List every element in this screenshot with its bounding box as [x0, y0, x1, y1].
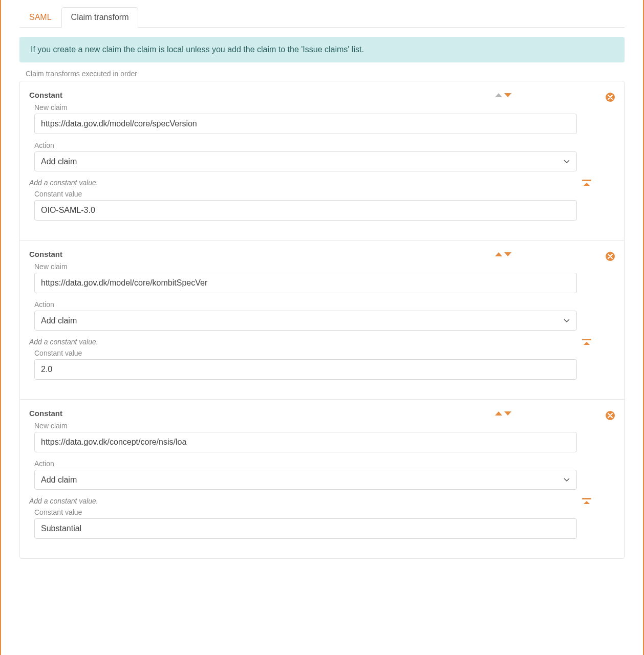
- action-select[interactable]: Add claim: [34, 311, 577, 331]
- reorder-controls: [495, 411, 511, 416]
- action-label: Action: [34, 141, 577, 149]
- constant-value-label: Constant value: [34, 349, 577, 357]
- collapse-icon[interactable]: [582, 339, 591, 345]
- add-constant-note: Add a constant value.: [29, 338, 582, 346]
- new-claim-input[interactable]: [34, 114, 577, 134]
- reorder-controls: [495, 93, 511, 97]
- transform-title: Constant: [29, 409, 62, 418]
- transform-title: Constant: [29, 91, 62, 99]
- close-icon: [608, 95, 613, 100]
- constant-value-label: Constant value: [34, 190, 577, 198]
- section-hint: Claim transforms executed in order: [26, 70, 625, 78]
- tabs: SAML Claim transform: [19, 0, 625, 28]
- move-down-icon[interactable]: [504, 252, 511, 256]
- add-constant-note: Add a constant value.: [29, 179, 582, 187]
- action-select[interactable]: Add claim: [34, 151, 577, 171]
- info-banner: If you create a new claim the claim is l…: [19, 37, 625, 62]
- constant-value-input[interactable]: [34, 518, 577, 539]
- collapse-icon[interactable]: [582, 498, 591, 504]
- action-select[interactable]: Add claim: [34, 470, 577, 490]
- new-claim-label: New claim: [34, 103, 577, 112]
- constant-value-input[interactable]: [34, 359, 577, 380]
- close-icon: [608, 254, 613, 259]
- transform-card: Constant New claim: [20, 399, 624, 558]
- transform-card: Constant New claim: [20, 81, 624, 240]
- transforms-list: Constant New claim: [19, 81, 625, 559]
- tab-claim-transform[interactable]: Claim transform: [61, 7, 139, 28]
- move-up-icon[interactable]: [495, 411, 502, 416]
- delete-button[interactable]: [606, 252, 615, 261]
- move-up-icon[interactable]: [495, 252, 502, 256]
- constant-value-label: Constant value: [34, 508, 577, 516]
- move-down-icon[interactable]: [504, 93, 511, 97]
- transform-card: Constant New claim: [20, 240, 624, 399]
- move-down-icon[interactable]: [504, 411, 511, 416]
- close-icon: [608, 413, 613, 418]
- constant-value-input[interactable]: [34, 200, 577, 221]
- reorder-controls: [495, 252, 511, 256]
- collapse-icon[interactable]: [582, 180, 591, 186]
- transform-title: Constant: [29, 250, 62, 258]
- new-claim-label: New claim: [34, 422, 577, 430]
- action-label: Action: [34, 300, 577, 309]
- add-constant-note: Add a constant value.: [29, 497, 582, 505]
- action-label: Action: [34, 460, 577, 468]
- new-claim-input[interactable]: [34, 432, 577, 452]
- delete-button[interactable]: [606, 411, 615, 420]
- new-claim-label: New claim: [34, 263, 577, 271]
- new-claim-input[interactable]: [34, 273, 577, 293]
- move-up-icon: [495, 93, 502, 97]
- delete-button[interactable]: [606, 93, 615, 102]
- tab-saml[interactable]: SAML: [19, 7, 61, 28]
